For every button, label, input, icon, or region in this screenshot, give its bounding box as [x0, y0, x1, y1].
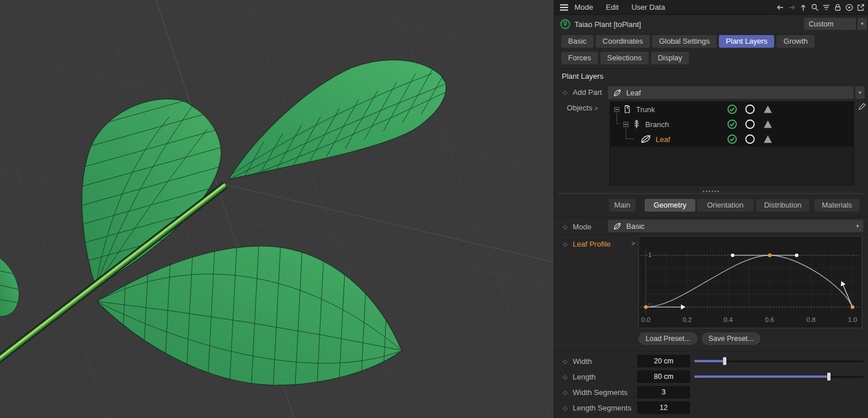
application-window: Mode Edit User Data Taiao Plant [toPlant…	[0, 0, 868, 418]
tab-basic[interactable]: Basic	[561, 35, 593, 48]
tree-item-name[interactable]: Trunk	[636, 105, 655, 114]
slider-knob[interactable]	[827, 373, 831, 381]
tree-row-trunk[interactable]: Trunk	[610, 102, 854, 117]
leaf-icon	[613, 222, 622, 231]
tree-row-branch[interactable]: Branch	[610, 117, 854, 132]
tab-geometry[interactable]: Geometry	[645, 199, 695, 212]
collapse-icon[interactable]	[614, 107, 619, 112]
3d-viewport[interactable]	[0, 0, 554, 418]
slider-knob[interactable]	[723, 357, 726, 365]
tab-materials[interactable]: Materials	[814, 199, 859, 212]
objects-tree[interactable]: Trunk Branch	[610, 101, 854, 186]
trunk-icon	[623, 104, 632, 114]
add-part-dropdown[interactable]: Leaf	[608, 86, 854, 99]
visibility-circle-icon[interactable]	[745, 119, 755, 129]
add-part-dropdown-arrow[interactable]: ▼	[855, 86, 865, 99]
tab-forces[interactable]: Forces	[561, 52, 598, 64]
mode-dropdown[interactable]: Basic ▼	[608, 220, 863, 232]
triangle-icon[interactable]	[763, 134, 773, 144]
x-tick: 0.8	[802, 316, 820, 323]
length-segments-field[interactable]: 12	[637, 401, 690, 414]
x-tick: 0.0	[637, 316, 654, 323]
back-arrow-icon[interactable]	[775, 3, 785, 12]
slider-fill	[694, 375, 829, 378]
visibility-circle-icon[interactable]	[745, 134, 755, 144]
tab-selections[interactable]: Selections	[600, 52, 649, 64]
trunk-toggles	[727, 104, 773, 114]
leaf-icon	[613, 89, 622, 97]
x-tick: 0.2	[679, 316, 696, 323]
length-slider[interactable]	[694, 370, 863, 383]
width-segments-diamond-icon: ◇	[563, 390, 568, 396]
triangle-icon[interactable]	[763, 119, 773, 129]
x-tick: 0.6	[761, 316, 778, 323]
object-header: Taiao Plant [toPlant] Custom ▼	[554, 16, 868, 33]
enabled-check-icon[interactable]	[727, 119, 737, 129]
forward-arrow-icon[interactable]	[787, 3, 797, 12]
edit-pencil-icon[interactable]	[858, 102, 867, 113]
mode-diamond-icon: ◇	[563, 224, 568, 230]
tab-coordinates[interactable]: Coordinates	[596, 35, 650, 48]
tab-display[interactable]: Display	[651, 52, 690, 64]
tab-row-1: Basic Coordinates Global Settings Plant …	[561, 35, 814, 48]
width-diamond-icon: ◇	[563, 359, 568, 365]
x-tick: 1.0	[844, 316, 861, 323]
mode-dropdown-arrow[interactable]: ▼	[855, 224, 860, 229]
tree-item-name[interactable]: Leaf	[656, 135, 670, 144]
tab-plant-layers[interactable]: Plant Layers	[719, 35, 774, 48]
length-segments-diamond-icon: ◇	[563, 405, 568, 411]
menu-edit[interactable]: Edit	[606, 3, 619, 11]
tab-global-settings[interactable]: Global Settings	[652, 35, 717, 48]
visibility-circle-icon[interactable]	[745, 104, 755, 114]
hamburger-menu-icon[interactable]	[559, 3, 569, 11]
tab-row-2: Forces Selections Display	[561, 52, 689, 64]
spline-graph[interactable]	[639, 236, 862, 315]
width-field[interactable]: 20 cm	[637, 355, 690, 367]
add-part-label: Add Part	[573, 88, 602, 97]
preset-select[interactable]: Custom	[804, 18, 856, 30]
panel-menubar: Mode Edit User Data	[554, 0, 868, 15]
branch-toggles	[727, 119, 773, 129]
length-diamond-icon: ◇	[563, 374, 568, 380]
leaf-profile-curve-editor[interactable]: 1 0 0.0 0.2 0.4 0.6 0.8 1.0	[638, 236, 862, 328]
width-label: Width	[573, 357, 592, 366]
target-icon[interactable]	[844, 3, 854, 12]
y-axis-label-bottom: 0	[648, 302, 652, 309]
menu-mode[interactable]: Mode	[574, 3, 593, 11]
load-preset-button[interactable]: Load Preset...	[638, 332, 698, 345]
tab-growth[interactable]: Growth	[776, 35, 814, 48]
preset-select-arrow[interactable]: ▼	[858, 18, 867, 30]
enabled-check-icon[interactable]	[727, 134, 737, 144]
menubar-icon-group	[775, 0, 866, 15]
leaf-icon	[640, 134, 652, 144]
filter-icon[interactable]	[821, 3, 831, 12]
external-link-icon[interactable]	[856, 3, 866, 12]
menu-user-data[interactable]: User Data	[631, 3, 665, 11]
tab-main[interactable]: Main	[609, 199, 635, 212]
tree-item-name[interactable]: Branch	[645, 120, 669, 129]
tab-orientation[interactable]: Orientation	[697, 199, 753, 212]
search-icon[interactable]	[810, 3, 820, 12]
triangle-icon[interactable]	[763, 104, 773, 114]
tab-distribution[interactable]: Distribution	[756, 199, 809, 212]
save-preset-button[interactable]: Save Preset...	[702, 332, 760, 345]
width-segments-field[interactable]: 3	[637, 386, 690, 398]
leaf-profile-diamond-icon: ◇	[563, 241, 568, 247]
add-part-diamond-icon: ◇	[563, 90, 568, 95]
up-arrow-icon[interactable]	[798, 3, 808, 12]
lock-icon[interactable]	[833, 3, 843, 12]
objects-label: Objects >	[554, 103, 598, 112]
tree-row-leaf[interactable]: Leaf	[610, 132, 854, 147]
x-tick: 0.4	[719, 316, 737, 323]
section-title: Plant Layers	[562, 72, 603, 80]
length-segments-label: Length Segments	[573, 404, 631, 412]
slider-fill	[694, 360, 725, 362]
viewport-scene	[0, 0, 554, 418]
leaf-profile-expand-chevron[interactable]: >	[631, 240, 635, 247]
collapse-icon[interactable]	[623, 122, 629, 127]
width-slider[interactable]	[694, 355, 863, 367]
enabled-check-icon[interactable]	[727, 104, 737, 114]
length-field[interactable]: 80 cm	[637, 370, 690, 383]
add-part-value: Leaf	[626, 89, 641, 97]
leaf-profile-label: Leaf Profile	[573, 240, 611, 248]
